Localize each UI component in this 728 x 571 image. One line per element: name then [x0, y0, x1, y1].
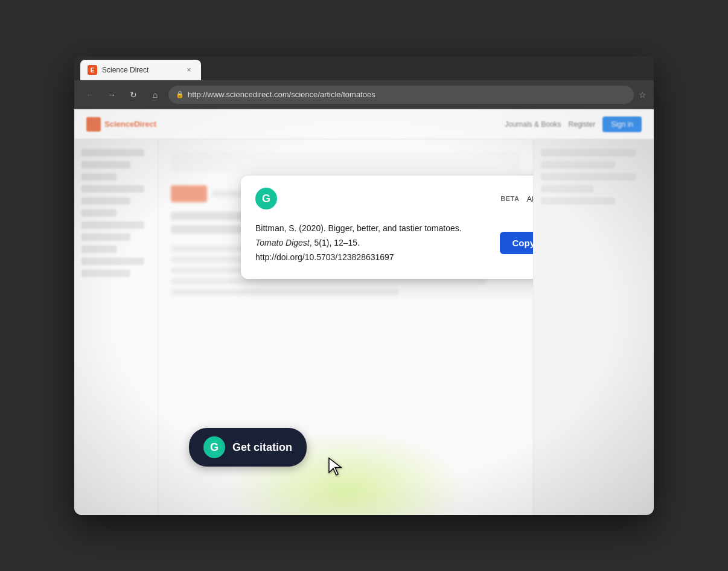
citation-italic: Tomato Digest	[255, 238, 310, 247]
article-area: G BETA APA · Article ▾ Bittman, S	[74, 139, 654, 515]
grammarly-citation-popup: G BETA APA · Article ▾ Bittman, S	[241, 176, 533, 279]
sidebar-item	[81, 258, 144, 265]
url-text: http://www.sciencedirect.com/science/art…	[188, 90, 627, 99]
sd-nav-right: Journals & Books Register Sign in	[505, 116, 642, 132]
popup-body: Bittman, S. (2020). Bigger, better, and …	[255, 222, 533, 264]
format-label: APA · Article	[526, 194, 533, 203]
right-panel	[533, 139, 654, 515]
popup-header: G BETA APA · Article ▾	[255, 188, 533, 209]
sd-logo-icon	[86, 117, 101, 132]
sidebar-item	[81, 161, 130, 168]
sidebar-item	[81, 185, 144, 193]
home-button[interactable]: ⌂	[147, 86, 164, 103]
right-item	[541, 173, 636, 180]
back-button[interactable]: ←	[81, 86, 98, 103]
sidebar-item	[81, 222, 144, 229]
tab-close-button[interactable]: ×	[184, 65, 194, 75]
right-item	[541, 149, 636, 156]
citation-panel: G BETA APA · Article ▾ Bittman, S	[241, 176, 533, 279]
popup-actions: Copy ···	[500, 232, 533, 254]
sidebar-item	[81, 173, 117, 180]
get-citation-logo: G	[203, 436, 225, 458]
bookmark-icon[interactable]: ☆	[639, 90, 647, 100]
right-item	[541, 185, 594, 193]
sciencedirect-header: ScienceDirect Journals & Books Register …	[74, 109, 654, 139]
citation-text2: , 5(1), 12–15.	[310, 238, 360, 247]
sd-logo: ScienceDirect	[86, 117, 156, 132]
sd-logo-text: ScienceDirect	[104, 120, 156, 129]
sidebar	[74, 139, 159, 515]
active-tab[interactable]: E Science Direct ×	[80, 60, 201, 80]
tab-title: Science Direct	[102, 66, 179, 74]
sidebar-item	[81, 149, 144, 156]
cursor	[328, 457, 345, 479]
beta-badge: BETA	[500, 195, 519, 202]
get-citation-label: Get citation	[232, 441, 292, 454]
sidebar-item	[81, 234, 130, 241]
forward-button[interactable]: →	[103, 86, 120, 103]
citation-plain: Bittman, S. (2020). Bigger, better, and …	[255, 223, 462, 233]
citation-url: http://doi.org/10.5703/123828631697	[255, 252, 394, 262]
get-citation-button[interactable]: G Get citation	[189, 428, 307, 467]
browser-window: E Science Direct × ← → ↻ ⌂ 🔒 http://www.…	[74, 56, 654, 515]
sd-register-link[interactable]: Register	[569, 120, 596, 129]
content-line	[171, 278, 486, 284]
action-row: Copy ···	[500, 232, 533, 254]
right-item	[541, 161, 615, 168]
content-line	[171, 289, 398, 295]
tab-bar: E Science Direct ×	[74, 56, 654, 80]
citation-content: Bittman, S. (2020). Bigger, better, and …	[255, 222, 490, 264]
article-header-bar	[171, 152, 521, 173]
address-bar: ← → ↻ ⌂ 🔒 http://www.sciencedirect.com/s…	[74, 80, 654, 109]
access-badge	[171, 185, 207, 202]
right-item	[541, 197, 615, 205]
copy-button[interactable]: Copy	[500, 232, 533, 254]
url-bar[interactable]: 🔒 http://www.sciencedirect.com/science/a…	[168, 86, 634, 104]
sidebar-item	[81, 209, 117, 217]
sd-journals-link[interactable]: Journals & Books	[505, 120, 561, 129]
citation-format-selector[interactable]: APA · Article ▾	[526, 194, 533, 203]
grammarly-logo: G	[255, 188, 277, 209]
citation-text: Bittman, S. (2020). Bigger, better, and …	[255, 222, 490, 264]
page-content: ScienceDirect Journals & Books Register …	[74, 109, 654, 515]
sidebar-item	[81, 197, 130, 205]
reload-button[interactable]: ↻	[125, 86, 142, 103]
sidebar-item	[81, 246, 117, 253]
sign-in-button[interactable]: Sign in	[602, 116, 642, 132]
sidebar-item	[81, 270, 130, 277]
tab-favicon: E	[88, 65, 97, 75]
main-content: G BETA APA · Article ▾ Bittman, S	[159, 139, 533, 515]
lock-icon: 🔒	[176, 91, 184, 98]
